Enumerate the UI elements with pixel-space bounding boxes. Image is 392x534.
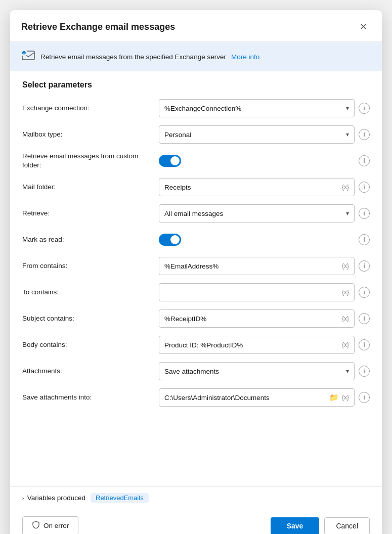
attachments-info-icon[interactable]: i [359,366,370,377]
banner-text: Retrieve email messages from the specifi… [40,53,226,61]
subject-contains-suffix: {x} [342,315,349,322]
custom-folder-toggle-knob [170,156,180,165]
from-contains-label: From contains: [22,261,159,271]
to-contains-control: {x} i [159,283,370,301]
mailbox-type-dropdown[interactable]: Personal ▾ [159,125,355,144]
body-contains-suffix: {x} [342,341,349,348]
mailbox-type-chevron-icon: ▾ [346,131,349,138]
param-row-mail-folder: Mail folder: Receipts {x} i [22,177,370,197]
dialog-body: Select parameters Exchange connection: %… [10,71,382,486]
mark-as-read-toggle-wrapper [159,234,181,246]
mail-folder-control: Receipts {x} i [159,178,370,196]
email-icon: @ [21,48,35,65]
section-title: Select parameters [22,80,370,90]
from-contains-value: %EmailAddress% [164,262,339,270]
cancel-button[interactable]: Cancel [324,517,370,535]
save-button[interactable]: Save [271,517,320,535]
mailbox-type-value: Personal [164,131,346,139]
mark-as-read-info-icon[interactable]: i [359,234,370,245]
exchange-connection-info-icon[interactable]: i [359,103,370,114]
param-row-exchange-connection: Exchange connection: %ExchangeConnection… [22,99,370,118]
mark-as-read-toggle-knob [170,235,180,244]
custom-folder-toggle[interactable] [159,155,181,167]
variables-toggle[interactable]: › Variables produced [22,494,85,502]
param-row-from-contains: From contains: %EmailAddress% {x} i [22,256,370,276]
subject-contains-control: %ReceiptID% {x} i [159,309,370,328]
attachments-chevron-icon: ▾ [346,368,349,375]
param-row-to-contains: To contains: {x} i [22,283,370,302]
mailbox-type-label: Mailbox type: [22,130,159,139]
body-contains-field[interactable]: Product ID: %ProductID% {x} [159,336,355,354]
exchange-connection-chevron-icon: ▾ [346,105,349,112]
more-info-link[interactable]: More info [231,53,259,61]
to-contains-field[interactable]: {x} [159,283,355,301]
mark-as-read-label: Mark as read: [22,235,159,244]
to-contains-info-icon[interactable]: i [359,287,370,298]
dialog: Retrieve Exchange email messages ✕ @ Ret… [10,10,382,534]
mark-as-read-toggle[interactable] [159,234,181,246]
body-contains-control: Product ID: %ProductID% {x} i [159,336,370,354]
exchange-connection-dropdown[interactable]: %ExchangeConnection% ▾ [159,99,355,117]
info-banner: @ Retrieve email messages from the speci… [10,42,382,71]
attachments-value: Save attachments [164,368,346,375]
variables-section: › Variables produced RetrievedEmails [10,486,382,509]
close-button[interactable]: ✕ [356,19,371,34]
save-attachments-into-info-icon[interactable]: i [359,392,370,403]
mail-folder-value: Receipts [164,184,339,191]
body-contains-info-icon[interactable]: i [359,339,370,350]
dialog-header: Retrieve Exchange email messages ✕ [10,10,382,42]
retrieve-dropdown[interactable]: All email messages ▾ [159,204,355,223]
param-row-custom-folder-toggle: Retrieve email messages from custom fold… [22,151,370,170]
shield-icon [32,521,40,530]
mail-folder-label: Mail folder: [22,183,159,192]
save-attachments-into-value: C:\Users\Administrator\Documents [164,394,326,402]
retrieve-control: All email messages ▾ i [159,204,370,223]
param-row-mailbox-type: Mailbox type: Personal ▾ i [22,125,370,144]
attachments-label: Attachments: [22,367,159,376]
attachments-dropdown[interactable]: Save attachments ▾ [159,362,355,380]
retrieve-value: All email messages [164,210,346,217]
param-row-body-contains: Body contains: Product ID: %ProductID% {… [22,335,370,354]
mailbox-type-info-icon[interactable]: i [359,129,370,140]
custom-folder-toggle-label: Retrieve email messages from custom fold… [22,152,159,169]
subject-contains-label: Subject contains: [22,314,159,323]
variables-row: › Variables produced RetrievedEmails [22,493,370,503]
dialog-title: Retrieve Exchange email messages [21,22,175,32]
from-contains-info-icon[interactable]: i [359,260,370,272]
custom-folder-info-icon[interactable]: i [359,155,370,166]
mail-folder-suffix: {x} [342,184,349,191]
to-contains-suffix: {x} [342,289,349,296]
attachments-control: Save attachments ▾ i [159,362,370,380]
variable-badge[interactable]: RetrievedEmails [91,493,149,503]
exchange-connection-value: %ExchangeConnection% [164,105,346,112]
param-row-save-attachments-into: Save attachments into: C:\Users\Administ… [22,388,370,407]
subject-contains-value: %ReceiptID% [164,315,339,323]
exchange-connection-control: %ExchangeConnection% ▾ i [159,99,370,117]
retrieve-label: Retrieve: [22,209,159,218]
mail-folder-field[interactable]: Receipts {x} [159,178,355,196]
from-contains-field[interactable]: %EmailAddress% {x} [159,257,355,275]
from-contains-control: %EmailAddress% {x} i [159,257,370,275]
save-attachments-into-field[interactable]: C:\Users\Administrator\Documents 📁 {x} [159,388,355,407]
param-row-mark-as-read: Mark as read: i [22,230,370,249]
variables-chevron-icon: › [22,495,24,501]
save-attachments-into-suffix: {x} [342,394,349,401]
variables-section-label: Variables produced [27,494,85,502]
mailbox-type-control: Personal ▾ i [159,125,370,144]
subject-contains-field[interactable]: %ReceiptID% {x} [159,309,355,328]
param-row-subject-contains: Subject contains: %ReceiptID% {x} i [22,309,370,328]
exchange-connection-label: Exchange connection: [22,104,159,113]
mark-as-read-control: i [159,234,370,246]
retrieve-info-icon[interactable]: i [359,208,370,219]
save-attachments-folder-icon[interactable]: 📁 [329,393,339,402]
custom-folder-toggle-wrapper [159,155,181,167]
dialog-footer: On error Save Cancel [10,509,382,534]
on-error-label: On error [43,522,69,529]
to-contains-label: To contains: [22,288,159,297]
mail-folder-info-icon[interactable]: i [359,182,370,193]
on-error-button[interactable]: On error [22,516,78,534]
from-contains-suffix: {x} [342,262,349,270]
custom-folder-toggle-control: i [159,155,370,167]
svg-text:@: @ [23,52,26,55]
subject-contains-info-icon[interactable]: i [359,313,370,324]
